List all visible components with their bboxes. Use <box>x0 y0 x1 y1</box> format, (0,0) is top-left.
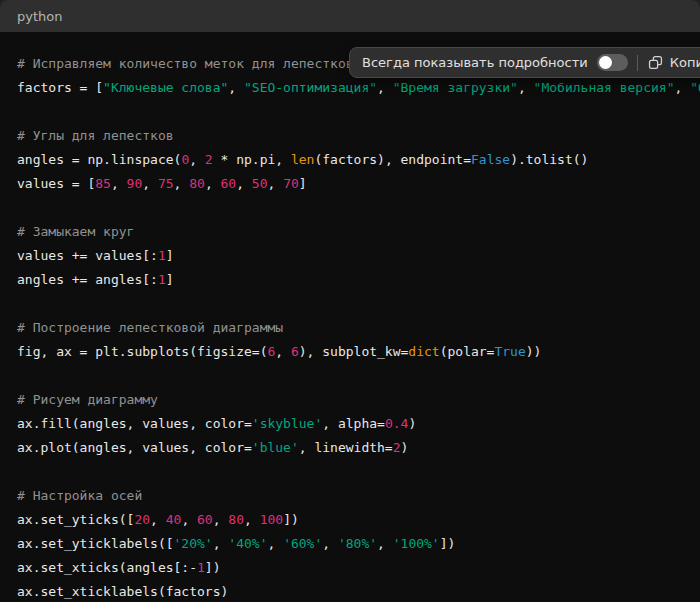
code-token-plain: ax.set_yticks([ <box>17 512 134 527</box>
code-token-plain: , <box>174 176 190 191</box>
code-token-plain: , alpha= <box>322 416 385 431</box>
code-token-plain: , <box>322 536 338 551</box>
code-token-plain: angles = np.linspace( <box>17 152 181 167</box>
code-token-number: 20 <box>134 512 150 527</box>
code-token-plain: ).tolist() <box>510 152 588 167</box>
code-token-number: 1 <box>158 272 166 287</box>
code-token-number: 6 <box>291 344 299 359</box>
code-token-plain: , <box>205 176 221 191</box>
code-token-plain: ] <box>166 248 174 263</box>
code-toolbar: Всегда показывать подробности Копировать… <box>349 47 700 78</box>
code-token-plain: values += values[: <box>17 248 158 263</box>
code-token-plain: , <box>518 80 534 95</box>
code-token-comment: # Построение лепестковой диаграммы <box>17 320 283 335</box>
code-token-number: 100 <box>260 512 283 527</box>
code-line: values += values[:1] <box>17 244 700 268</box>
code-token-number: 0.4 <box>385 416 408 431</box>
code-token-plain: , linewidth= <box>299 440 393 455</box>
code-token-comment: # Углы для лепестков <box>17 128 174 143</box>
code-line: angles = np.linspace(0, 2 * np.pi, len(f… <box>17 148 700 172</box>
code-token-plain: (polar= <box>440 344 495 359</box>
code-token-plain: , <box>268 176 284 191</box>
code-token-plain: ] <box>299 176 307 191</box>
code-token-plain: , <box>189 152 205 167</box>
code-token-number: 1 <box>158 248 166 263</box>
code-line: # Рисуем диаграмму <box>17 388 700 412</box>
toggle-knob-icon <box>599 56 612 69</box>
code-token-comment: # Настройка осей <box>17 488 142 503</box>
code-token-comment: # Исправляем количество меток для лепест… <box>17 56 354 71</box>
code-token-plain: ) <box>408 416 416 431</box>
code-token-plain: , <box>275 344 291 359</box>
code-token-number: 70 <box>283 176 299 191</box>
code-line <box>17 100 700 124</box>
details-toggle-label: Всегда показывать подробности <box>362 55 588 70</box>
code-token-comment: # Замыкаем круг <box>17 224 134 239</box>
code-token-number: 2 <box>393 440 401 455</box>
code-token-builtin: len <box>291 152 314 167</box>
code-line: ax.fill(angles, values, color='skyblue',… <box>17 412 700 436</box>
code-token-plain: , <box>142 176 158 191</box>
code-line: fig, ax = plt.subplots(figsize=(6, 6), s… <box>17 340 700 364</box>
code-token-number: 75 <box>158 176 174 191</box>
code-token-plain: ]) <box>205 560 221 575</box>
code-token-number: 80 <box>228 512 244 527</box>
code-content: # Исправляем количество меток для лепест… <box>0 32 700 602</box>
code-token-string: "Мобильная версия" <box>534 80 675 95</box>
copy-code-button[interactable]: Копировать код <box>647 54 700 71</box>
code-token-plain: ax.plot(angles, values, color= <box>17 440 252 455</box>
code-line: # Настройка осей <box>17 484 700 508</box>
code-token-plain: values = [ <box>17 176 95 191</box>
code-line: ax.set_yticks([20, 40, 60, 80, 100]) <box>17 508 700 532</box>
code-token-string: '100%' <box>393 536 440 551</box>
code-token-literal: True <box>494 344 525 359</box>
code-token-comment: # Рисуем диаграмму <box>17 392 158 407</box>
code-token-literal: False <box>471 152 510 167</box>
code-block-window: python # Исправляем количество меток для… <box>0 0 700 602</box>
code-token-plain: , <box>236 176 252 191</box>
code-token-plain: fig, ax = plt.subplots(figsize=( <box>17 344 267 359</box>
toolbar-divider <box>637 55 638 71</box>
code-token-plain: ax.set_yticklabels([ <box>17 536 174 551</box>
code-line: ax.set_xticks(angles[:-1]) <box>17 556 700 580</box>
code-token-string: "Отказы" <box>690 80 700 95</box>
code-token-number: 40 <box>166 512 182 527</box>
code-token-string: '40%' <box>228 536 267 551</box>
code-token-plain: ), subplot_kw= <box>299 344 409 359</box>
code-token-string: 'skyblue' <box>252 416 322 431</box>
code-line <box>17 364 700 388</box>
code-line: values = [85, 90, 75, 80, 60, 50, 70] <box>17 172 700 196</box>
code-token-plain: , <box>213 512 229 527</box>
code-line: ax.set_xticklabels(factors) <box>17 580 700 602</box>
code-token-number: 2 <box>205 152 213 167</box>
code-token-plain: ]) <box>440 536 456 551</box>
code-token-plain: * np.pi, <box>213 152 291 167</box>
code-token-builtin: dict <box>408 344 439 359</box>
code-line: ax.set_yticklabels(['20%', '40%', '60%',… <box>17 532 700 556</box>
code-token-number: 90 <box>127 176 143 191</box>
code-line: # Замыкаем круг <box>17 220 700 244</box>
code-line: angles += angles[:1] <box>17 268 700 292</box>
code-token-string: 'blue' <box>252 440 299 455</box>
code-token-plain: ax.fill(angles, values, color= <box>17 416 252 431</box>
code-token-number: 80 <box>189 176 205 191</box>
code-token-string: '60%' <box>283 536 322 551</box>
code-token-plain: ]) <box>283 512 299 527</box>
code-token-string: '20%' <box>174 536 213 551</box>
code-token-plain: , <box>674 80 690 95</box>
code-token-plain: (factors), endpoint= <box>314 152 471 167</box>
code-token-plain: ) <box>401 440 409 455</box>
code-line: ax.plot(angles, values, color='blue', li… <box>17 436 700 460</box>
code-token-string: "SEO-оптимизация" <box>244 80 377 95</box>
code-line <box>17 460 700 484</box>
code-token-string: "Время загрузки" <box>393 80 518 95</box>
copy-button-label: Копировать код <box>670 55 700 70</box>
code-token-plain: , <box>244 512 260 527</box>
code-token-plain: , <box>377 80 393 95</box>
code-token-plain: ax.set_xticks(angles[:- <box>17 560 197 575</box>
code-token-number: 60 <box>221 176 237 191</box>
details-toggle[interactable] <box>597 54 628 71</box>
code-token-number: 50 <box>252 176 268 191</box>
code-token-plain: )) <box>526 344 542 359</box>
code-line: # Построение лепестковой диаграммы <box>17 316 700 340</box>
